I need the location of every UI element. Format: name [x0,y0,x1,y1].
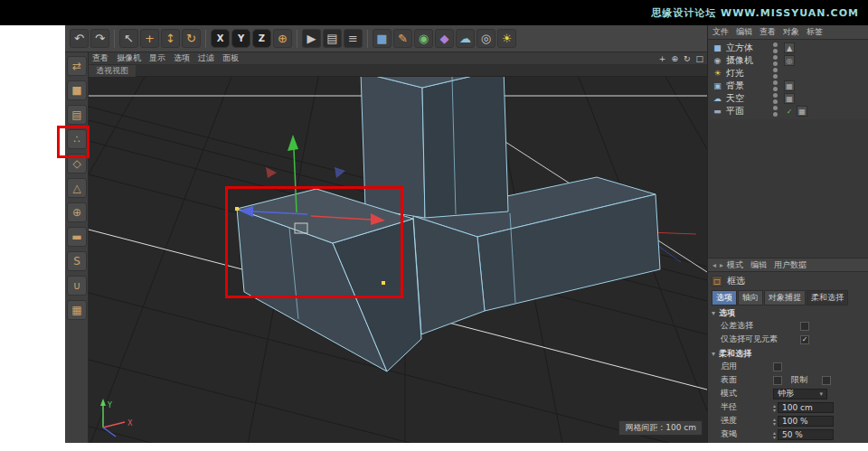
strength-stepper[interactable]: ▴▾ [773,417,776,426]
visible-only-checkbox[interactable]: ✓ [800,335,809,344]
right-panel: 文件 编辑 查看 对象 标签 ■ 立方体 ▲ ◉ 摄像机 ◎ ☀ 灯光 [707,25,868,443]
visibility-dots[interactable] [773,67,778,80]
render-picture-viewer-icon[interactable]: ▤ [323,29,342,48]
object-row-background[interactable]: ▣ 背景 ▦ [708,80,868,92]
camera-tag-icon[interactable]: ◎ [784,55,795,66]
mode-menu[interactable]: 模式 [727,259,743,271]
light-tool-icon[interactable]: ☀ [497,29,516,48]
z-axis-lock-button[interactable]: Z [252,29,271,48]
object-row-light[interactable]: ☀ 灯光 [708,67,868,80]
undo-icon[interactable]: ↶ [70,29,89,48]
om-menu-edit[interactable]: 编辑 [736,26,752,38]
spline-pen-icon[interactable]: ✎ [393,29,412,48]
viewport-menu-options[interactable]: 选项 [174,52,190,64]
y-axis-lock-button[interactable]: Y [231,29,250,48]
soft-mode-dropdown[interactable]: 钟形 ▾ [773,389,827,399]
visibility-dots[interactable] [773,92,778,105]
snap-icon[interactable]: S [67,251,87,271]
make-editable-icon[interactable]: ⇄ [67,56,87,76]
polygon-tag-icon[interactable]: ▲ [784,42,795,53]
polygons-mode-icon[interactable]: △ [67,178,87,198]
visibility-dots[interactable] [773,54,778,67]
redo-icon[interactable]: ↷ [90,29,109,48]
generator-icon[interactable]: ◉ [414,29,433,48]
tab-soft-selection[interactable]: 柔和选择 [807,290,848,305]
object-row-plane[interactable]: ▬ 平面 ✓ ▦ [708,105,868,117]
falloff-stepper[interactable]: ▴▾ [773,430,776,439]
check-tag-icon[interactable]: ✓ [784,106,795,117]
visibility-dots[interactable] [773,105,778,117]
visibility-dots[interactable] [773,80,778,92]
forward-icon[interactable]: ▸ [720,261,723,269]
caret-down-icon: ▾ [712,350,715,358]
soft-limit-checkbox[interactable] [822,376,831,385]
om-menu-object[interactable]: 对象 [783,26,799,38]
soft-selection-section-header[interactable]: ▾ 柔和选择 [712,348,864,360]
falloff-field[interactable]: 50 % [778,429,834,440]
object-row-cube[interactable]: ■ 立方体 ▲ [708,42,868,54]
object-row-camera[interactable]: ◉ 摄像机 ◎ [708,54,868,67]
viewport-menu-filter[interactable]: 过滤 [198,52,214,64]
attribute-tabs: 选项 轴向 对象捕捉 柔和选择 [712,290,864,305]
tab-options[interactable]: 选项 [712,290,737,305]
background-object-icon: ▣ [712,81,723,90]
deformer-icon[interactable]: ◆ [435,29,454,48]
uv-mode-icon[interactable]: ▦ [67,300,87,320]
soft-surface-checkbox[interactable] [773,376,782,385]
camera-object-icon: ◉ [712,56,723,65]
viewport-menu-view[interactable]: 查看 [92,52,108,64]
workplane-mode-icon[interactable]: ▬ [67,227,87,247]
slab-right-face [422,77,508,218]
back-icon[interactable]: ◂ [712,261,716,269]
rotate-view-icon[interactable]: ↻ [684,54,691,63]
user-data-menu[interactable]: 用户数据 [774,259,807,271]
texture-tag-icon[interactable]: ▦ [784,80,795,91]
texture-tag-icon[interactable]: ▦ [797,106,807,117]
om-menu-view[interactable]: 查看 [760,26,776,38]
marquee-tool-icon: □ [712,276,722,287]
texture-tag-icon[interactable]: ▦ [784,93,795,104]
strength-field[interactable]: 100 % [778,416,834,427]
viewport-corner-controls: + ⊕ ↻ □ [654,54,703,63]
magnet-snap-icon[interactable]: ∪ [67,276,87,296]
annotation-box-mode-icon [57,126,90,158]
tab-object-snap[interactable]: 对象捕捉 [764,290,806,305]
scale-tool-icon[interactable]: ↕ [161,29,180,48]
visible-only-row: 仅选择可见元素 ✓ [712,333,864,346]
plane-object-icon: ▬ [712,107,723,116]
radius-field[interactable]: 100 cm [778,402,834,413]
soft-enable-checkbox[interactable] [773,362,782,371]
viewport-menu-cameras[interactable]: 摄像机 [117,52,141,64]
options-section-header[interactable]: ▾ 选项 [712,307,864,319]
environment-icon[interactable]: ☁ [456,29,475,48]
grid-spacing-readout: 网格间距 : 100 cm [618,420,703,436]
toolbar-separator [297,30,297,48]
model-mode-icon[interactable]: ■ [67,80,87,100]
attribute-manager: □ 框选 选项 轴向 对象捕捉 柔和选择 ▾ 选项 公差选择 仅选择可见元素 ✓ [708,272,868,443]
texture-mode-icon[interactable]: ▤ [67,105,87,125]
rotate-tool-icon[interactable]: ↻ [182,29,201,48]
axis-mode-icon[interactable]: ⊕ [67,202,87,222]
camera-tool-icon[interactable]: ◎ [476,29,495,48]
tab-axis[interactable]: 轴向 [738,290,763,305]
pan-view-icon[interactable]: + [659,54,666,63]
tolerant-selection-checkbox[interactable] [800,322,809,331]
om-menu-tags[interactable]: 标签 [807,26,823,38]
render-view-icon[interactable]: ▶ [302,29,321,48]
visibility-dots[interactable] [773,42,778,54]
edit-menu[interactable]: 编辑 [750,259,767,271]
coordinate-system-icon[interactable]: ⊕ [273,29,292,48]
live-selection-icon[interactable]: ↖ [119,29,138,48]
zoom-view-icon[interactable]: ⊕ [671,54,678,63]
radius-stepper[interactable]: ▴▾ [773,403,776,412]
perspective-view-tab[interactable]: 透视视图 [89,65,136,77]
object-row-sky[interactable]: ☁ 天空 ▦ [708,92,868,105]
x-axis-lock-button[interactable]: X [211,29,230,48]
viewport-menu-panel[interactable]: 面板 [222,52,239,64]
om-menu-file[interactable]: 文件 [712,26,729,38]
move-tool-icon[interactable]: + [140,29,159,48]
toggle-view-icon[interactable]: □ [695,54,703,63]
viewport-menu-display[interactable]: 显示 [149,52,165,64]
render-settings-icon[interactable]: ≡ [344,29,363,48]
primitive-cube-icon[interactable]: ■ [373,29,392,48]
